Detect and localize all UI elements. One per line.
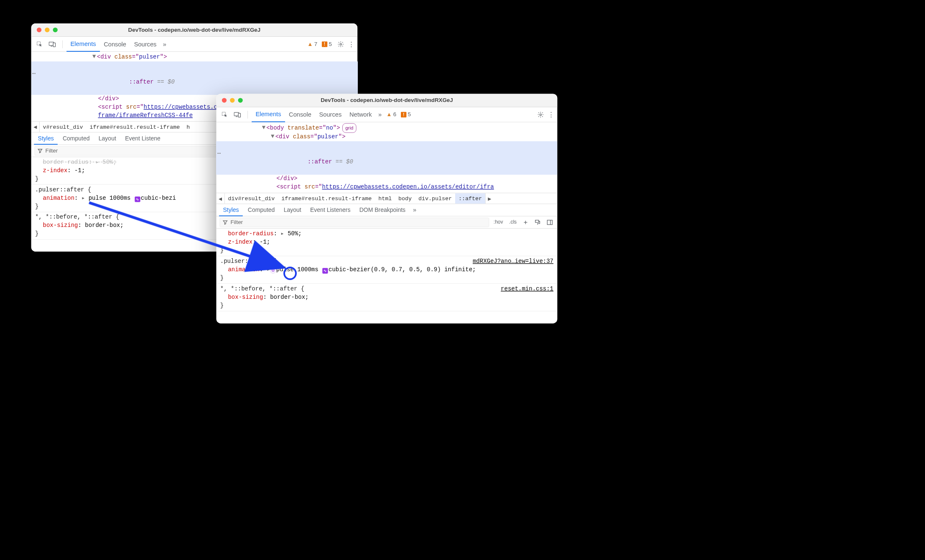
breadcrumb-item[interactable]: iframe#result.result-iframe (278, 193, 375, 204)
chevron-left-icon[interactable]: ◀ (216, 193, 224, 204)
filter-input[interactable]: Filter (219, 217, 489, 227)
subtab-computed[interactable]: Computed (244, 204, 279, 216)
svg-point-10 (272, 269, 275, 272)
minimize-icon[interactable] (45, 28, 49, 32)
warnings-badge[interactable]: ▲7 (307, 41, 317, 47)
more-tabs-icon[interactable]: » (376, 111, 384, 118)
source-link[interactable]: mdRXGeJ?ano…iew=live:37 (473, 257, 553, 265)
kebab-icon[interactable]: ⋮ (547, 111, 554, 118)
titlebar[interactable]: DevTools - codepen.io/web-dot-dev/live/m… (31, 23, 358, 37)
overflow-icon[interactable]: ⋯ (31, 70, 38, 78)
styles-panel[interactable]: border-radius: ▸ 50%; z-index: -1; } mdR… (216, 229, 557, 323)
separator (62, 40, 63, 48)
tab-elements[interactable]: Elements (66, 37, 100, 51)
dom-node[interactable]: ▼<div class="pulser"> (216, 133, 557, 141)
dom-node[interactable]: <script src="https://cpwebassets.codepen… (216, 183, 557, 191)
tab-console[interactable]: Console (285, 107, 315, 122)
tab-elements[interactable]: Elements (252, 107, 285, 122)
tab-sources[interactable]: Sources (130, 37, 160, 51)
css-rule[interactable]: reset.min.css:1 *, *::before, *::after {… (216, 284, 557, 311)
subtab-computed[interactable]: Computed (59, 132, 94, 145)
css-rule[interactable]: border-radius: ▸ 50%; z-index: -1; } (216, 229, 557, 256)
css-rule[interactable]: mdRXGeJ?ano…iew=live:37 .pulser::after {… (216, 256, 557, 284)
close-icon[interactable] (222, 98, 227, 102)
breadcrumb-item[interactable]: div.pulser (415, 193, 455, 204)
inspect-icon[interactable] (221, 111, 229, 119)
issue-icon: ! (401, 112, 406, 117)
subtab-event-listeners[interactable]: Event Listene (121, 132, 164, 145)
more-tabs-icon[interactable]: » (410, 206, 419, 214)
dom-node[interactable]: ▼<div class="pulser"> (31, 53, 358, 61)
paint-icon[interactable] (533, 219, 543, 225)
tab-console[interactable]: Console (100, 37, 130, 51)
device-toggle-icon[interactable] (48, 40, 56, 48)
gear-icon[interactable] (537, 111, 545, 119)
subtab-styles[interactable]: Styles (34, 132, 58, 145)
chevron-down-icon[interactable]: ▼ (271, 132, 275, 141)
svg-point-7 (540, 114, 541, 115)
warning-icon: ▲ (307, 41, 313, 47)
chevron-down-icon[interactable]: ▼ (92, 53, 97, 61)
inspect-icon[interactable] (36, 40, 43, 48)
svg-point-3 (340, 43, 341, 45)
chevron-left-icon[interactable]: ◀ (31, 122, 40, 132)
device-toggle-icon[interactable] (234, 111, 242, 119)
traffic-lights[interactable] (216, 98, 242, 102)
breadcrumb-item[interactable]: iframe#result.result-iframe (86, 122, 183, 132)
breadcrumb-item[interactable]: h (183, 122, 193, 132)
expand-icon[interactable]: ▸ (267, 266, 270, 272)
subtab-event-listeners[interactable]: Event Listeners (306, 204, 354, 216)
zoom-icon[interactable] (238, 98, 242, 102)
bezier-editor-icon[interactable]: ∿ (322, 268, 328, 273)
titlebar[interactable]: DevTools - codepen.io/web-dot-dev/live/m… (216, 94, 557, 107)
expand-icon[interactable]: ▸ (280, 230, 284, 237)
new-rule-icon[interactable] (521, 219, 530, 225)
issues-badge[interactable]: !5 (401, 111, 411, 117)
subtab-styles[interactable]: Styles (219, 204, 243, 216)
expand-icon[interactable]: ▸ (82, 195, 85, 201)
issues-badge[interactable]: !5 (322, 41, 332, 47)
dom-node-selected[interactable]: ⋯ ::after == $0 (31, 61, 358, 95)
filter-icon (223, 220, 228, 225)
dom-node-selected[interactable]: ⋯ ::after == $0 (216, 141, 557, 175)
minimize-icon[interactable] (230, 98, 234, 102)
breadcrumb-item[interactable]: div#result_div (224, 193, 278, 204)
tab-network[interactable]: Network (346, 107, 376, 122)
bezier-editor-icon[interactable]: ∿ (135, 196, 140, 202)
subtab-dom-breakpoints[interactable]: DOM Breakpoints (355, 204, 409, 216)
breadcrumb[interactable]: ◀ div#result_div iframe#result.result-if… (216, 193, 557, 204)
separator (247, 111, 248, 119)
dom-node[interactable]: </div> (216, 175, 557, 183)
filter-placeholder: Filter (230, 219, 243, 225)
tab-sources[interactable]: Sources (315, 107, 345, 122)
dom-tree[interactable]: ▼<body translate="no">grid ▼<div class="… (216, 122, 557, 193)
traffic-lights[interactable] (31, 28, 58, 32)
gear-icon[interactable] (337, 40, 345, 48)
close-icon[interactable] (37, 28, 41, 32)
subtab-layout[interactable]: Layout (280, 204, 305, 216)
kebab-icon[interactable]: ⋮ (347, 41, 354, 48)
overflow-icon[interactable]: ⋯ (216, 150, 223, 158)
subtab-layout[interactable]: Layout (94, 132, 120, 145)
grid-badge[interactable]: grid (342, 123, 357, 133)
hov-button[interactable]: :hov (492, 219, 505, 225)
source-link[interactable]: reset.min.css:1 (501, 285, 553, 293)
filter-bar: Filter :hov .cls (216, 216, 557, 228)
zoom-icon[interactable] (53, 28, 58, 32)
breadcrumb-item[interactable]: html (375, 193, 395, 204)
styles-tabs: Styles Computed Layout Event Listeners D… (216, 204, 557, 216)
breadcrumb-item[interactable]: v#result_div (40, 122, 87, 132)
devtools-window-front: DevTools - codepen.io/web-dot-dev/live/m… (216, 94, 557, 323)
dom-node[interactable]: ▼<body translate="no">grid (216, 123, 557, 133)
more-tabs-icon[interactable]: » (161, 41, 169, 48)
warnings-badge[interactable]: ▲6 (386, 111, 396, 117)
cls-button[interactable]: .cls (507, 219, 518, 225)
chevron-down-icon[interactable]: ▼ (262, 124, 267, 132)
breadcrumb-item-selected[interactable]: ::after (455, 193, 485, 204)
chevron-right-icon[interactable]: ▶ (485, 193, 494, 204)
sidebar-toggle-icon[interactable] (545, 219, 555, 225)
svg-point-11 (273, 270, 274, 271)
animation-icon[interactable] (270, 267, 276, 273)
breadcrumb-item[interactable]: body (395, 193, 415, 204)
filter-icon (38, 148, 43, 153)
